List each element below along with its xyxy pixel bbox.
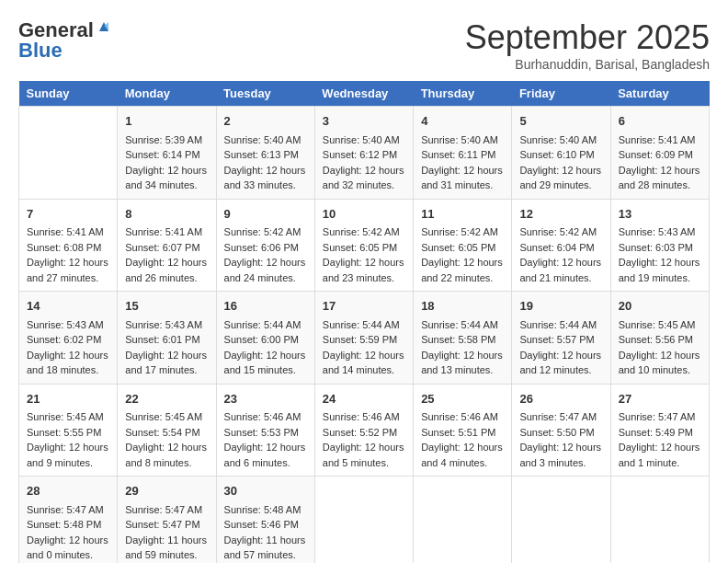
day-cell: 15Sunrise: 5:43 AMSunset: 6:01 PMDayligh… <box>118 292 216 385</box>
day-info: and 23 minutes. <box>323 270 405 286</box>
day-info: Sunrise: 5:41 AM <box>125 224 208 240</box>
day-cell: 28Sunrise: 5:47 AMSunset: 5:48 PMDayligh… <box>19 477 118 564</box>
day-cell: 21Sunrise: 5:45 AMSunset: 5:55 PMDayligh… <box>19 384 118 477</box>
day-cell: 9Sunrise: 5:42 AMSunset: 6:06 PMDaylight… <box>216 199 314 292</box>
day-number: 18 <box>421 297 504 316</box>
day-info: Sunrise: 5:39 AM <box>125 132 208 148</box>
day-number: 21 <box>27 390 109 408</box>
day-info: Sunset: 6:01 PM <box>125 332 208 348</box>
day-number: 27 <box>619 390 701 408</box>
day-info: and 19 minutes. <box>619 270 701 286</box>
day-info: Sunset: 6:05 PM <box>421 240 504 256</box>
day-cell <box>610 477 709 564</box>
day-info: Daylight: 12 hours <box>125 255 208 270</box>
day-info: Sunrise: 5:44 AM <box>519 317 602 333</box>
location: Burhanuddin, Barisal, Bangladesh <box>465 57 710 72</box>
day-cell: 30Sunrise: 5:48 AMSunset: 5:46 PMDayligh… <box>216 477 314 564</box>
day-info: Daylight: 11 hours <box>125 533 208 548</box>
day-info: and 12 minutes. <box>519 362 602 378</box>
day-number: 17 <box>323 297 405 316</box>
calendar-body: 1Sunrise: 5:39 AMSunset: 6:14 PMDaylight… <box>19 107 710 564</box>
day-info: Sunset: 6:05 PM <box>323 240 405 256</box>
day-info: Daylight: 12 hours <box>224 255 307 270</box>
day-info: Daylight: 12 hours <box>323 348 405 363</box>
day-number: 14 <box>27 297 109 316</box>
month-title: September 2025 <box>465 18 710 57</box>
day-number: 16 <box>224 297 307 316</box>
day-cell: 22Sunrise: 5:45 AMSunset: 5:54 PMDayligh… <box>118 384 216 477</box>
day-cell: 16Sunrise: 5:44 AMSunset: 6:00 PMDayligh… <box>216 292 314 385</box>
day-info: and 3 minutes. <box>519 455 602 471</box>
day-number: 19 <box>519 297 602 316</box>
day-info: and 57 minutes. <box>224 547 307 563</box>
day-info: Sunset: 5:47 PM <box>125 517 208 533</box>
week-row-5: 28Sunrise: 5:47 AMSunset: 5:48 PMDayligh… <box>19 477 710 564</box>
day-info: and 21 minutes. <box>519 270 602 286</box>
day-number: 20 <box>619 297 701 316</box>
day-number: 25 <box>421 390 504 408</box>
day-info: Daylight: 12 hours <box>421 255 504 270</box>
col-header-sunday: Sunday <box>19 81 118 107</box>
day-number: 8 <box>125 205 208 224</box>
day-info: Daylight: 12 hours <box>619 163 701 178</box>
day-info: Daylight: 12 hours <box>27 348 109 363</box>
day-cell <box>19 107 118 200</box>
day-info: Sunset: 5:58 PM <box>421 332 504 348</box>
day-info: Sunrise: 5:47 AM <box>125 502 208 518</box>
day-number: 1 <box>125 112 208 131</box>
week-row-2: 7Sunrise: 5:41 AMSunset: 6:08 PMDaylight… <box>19 199 710 292</box>
day-info: and 29 minutes. <box>519 178 602 193</box>
week-row-4: 21Sunrise: 5:45 AMSunset: 5:55 PMDayligh… <box>19 384 710 477</box>
day-info: Daylight: 12 hours <box>125 348 208 363</box>
day-number: 29 <box>125 482 208 500</box>
day-info: Sunrise: 5:43 AM <box>619 224 701 240</box>
day-cell: 12Sunrise: 5:42 AMSunset: 6:04 PMDayligh… <box>512 199 610 292</box>
day-info: Sunset: 6:00 PM <box>224 332 307 348</box>
day-cell: 27Sunrise: 5:47 AMSunset: 5:49 PMDayligh… <box>610 384 709 477</box>
day-info: Sunrise: 5:42 AM <box>421 224 504 240</box>
day-info: Sunset: 5:54 PM <box>125 425 208 441</box>
day-info: and 0 minutes. <box>27 547 109 563</box>
day-info: and 34 minutes. <box>125 178 208 193</box>
day-cell: 19Sunrise: 5:44 AMSunset: 5:57 PMDayligh… <box>512 292 610 385</box>
day-info: Sunset: 5:49 PM <box>619 425 701 441</box>
day-cell <box>314 477 413 564</box>
day-number: 9 <box>224 205 307 224</box>
day-info: Sunset: 5:56 PM <box>619 332 701 348</box>
col-header-wednesday: Wednesday <box>314 81 413 107</box>
day-info: Sunrise: 5:48 AM <box>224 502 307 518</box>
day-info: and 10 minutes. <box>619 362 701 378</box>
day-cell: 26Sunrise: 5:47 AMSunset: 5:50 PMDayligh… <box>512 384 610 477</box>
day-info: Sunset: 5:57 PM <box>519 332 602 348</box>
day-info: Sunset: 6:13 PM <box>224 147 307 163</box>
day-info: and 31 minutes. <box>421 178 504 193</box>
day-info: and 22 minutes. <box>421 270 504 286</box>
day-info: Sunset: 6:09 PM <box>619 147 701 163</box>
day-info: Sunrise: 5:46 AM <box>421 409 504 425</box>
day-info: Sunset: 6:14 PM <box>125 147 208 163</box>
day-cell: 7Sunrise: 5:41 AMSunset: 6:08 PMDaylight… <box>19 199 118 292</box>
day-info: Daylight: 12 hours <box>27 533 109 548</box>
day-info: and 18 minutes. <box>27 362 109 378</box>
day-info: and 5 minutes. <box>323 455 405 471</box>
day-info: and 13 minutes. <box>421 362 504 378</box>
day-number: 15 <box>125 297 208 316</box>
day-info: Sunset: 5:50 PM <box>519 425 602 441</box>
day-info: Daylight: 12 hours <box>619 255 701 270</box>
day-number: 7 <box>27 205 109 224</box>
day-info: Daylight: 12 hours <box>519 348 602 363</box>
day-info: Daylight: 12 hours <box>519 255 602 270</box>
day-cell: 29Sunrise: 5:47 AMSunset: 5:47 PMDayligh… <box>118 477 216 564</box>
day-number: 28 <box>27 482 109 500</box>
col-header-thursday: Thursday <box>414 81 512 107</box>
day-info: Sunrise: 5:44 AM <box>323 317 405 333</box>
day-cell: 5Sunrise: 5:40 AMSunset: 6:10 PMDaylight… <box>512 107 610 200</box>
day-number: 4 <box>421 112 504 131</box>
col-header-saturday: Saturday <box>610 81 709 107</box>
day-info: Daylight: 12 hours <box>125 440 208 455</box>
day-number: 30 <box>224 482 307 500</box>
day-cell: 14Sunrise: 5:43 AMSunset: 6:02 PMDayligh… <box>19 292 118 385</box>
day-info: Daylight: 12 hours <box>323 255 405 270</box>
day-number: 26 <box>519 390 602 408</box>
day-cell: 23Sunrise: 5:46 AMSunset: 5:53 PMDayligh… <box>216 384 314 477</box>
